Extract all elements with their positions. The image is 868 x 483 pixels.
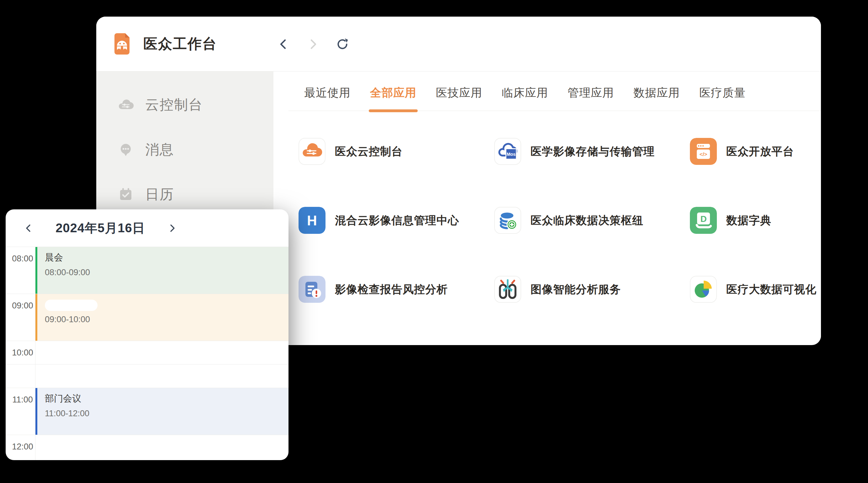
- time-label: 11:00: [6, 388, 35, 435]
- calendar-row-1100: 11:00 部门会议 11:00-12:00: [6, 388, 288, 435]
- calendar-date: 2024年5月16日: [34, 219, 167, 237]
- app-hybrid-cloud-imaging[interactable]: H 混合云影像信息管理中心: [299, 207, 494, 234]
- event-department-meeting[interactable]: 部门会议 11:00-12:00: [35, 388, 288, 435]
- tab-clinical[interactable]: 临床应用: [502, 85, 548, 110]
- app-medical-image-storage[interactable]: Mos 医学影像存储与传输管理: [494, 138, 690, 165]
- app-report-risk-analysis[interactable]: 影像检查报告风控分析: [299, 276, 494, 303]
- forward-button[interactable]: [306, 37, 320, 51]
- tab-medtech[interactable]: 医技应用: [436, 85, 482, 110]
- tab-all-apps[interactable]: 全部应用: [370, 85, 416, 110]
- app-open-platform[interactable]: </> 医众开放平台: [690, 138, 821, 165]
- window-header: 医众工作台: [96, 17, 821, 71]
- app-label: 影像检查报告风控分析: [335, 282, 448, 297]
- content-area: 最近使用 全部应用 医技应用 临床应用 管理应用 数据应用 医疗质量: [274, 71, 821, 345]
- app-label: 混合云影像信息管理中心: [335, 213, 459, 228]
- tab-management[interactable]: 管理应用: [567, 85, 614, 110]
- time-label: 09:00: [6, 294, 35, 341]
- app-cloud-console[interactable]: 医众云控制台: [299, 138, 494, 165]
- mos-label: Mos: [507, 152, 516, 157]
- cloud-icon: [118, 97, 134, 113]
- tab-quality[interactable]: 医疗质量: [699, 85, 746, 110]
- event-title-redacted-pill: [45, 300, 97, 311]
- report-risk-icon: [299, 276, 326, 303]
- tab-recent[interactable]: 最近使用: [304, 85, 350, 110]
- clinical-data-hub-icon: [494, 207, 521, 234]
- event-title: 晨会: [45, 251, 288, 264]
- h-letter: H: [307, 213, 317, 228]
- lungs-ai-icon: [494, 276, 521, 303]
- code-glyph: </>: [700, 151, 708, 157]
- app-data-dictionary[interactable]: D 数据字典: [690, 207, 821, 234]
- time-slot: [35, 435, 288, 460]
- message-icon: [118, 141, 134, 158]
- browser-nav: [277, 17, 349, 71]
- app-image-ai-analysis[interactable]: 图像智能分析服务: [494, 276, 690, 303]
- event-redacted[interactable]: 09:00-10:00: [35, 294, 288, 341]
- pie-chart-icon: [690, 276, 717, 303]
- screenshot-background: 医众工作台: [0, 0, 868, 483]
- time-label: 08:00: [6, 247, 35, 294]
- calendar-row-1200: 12:00: [6, 435, 288, 460]
- tab-bar: 最近使用 全部应用 医技应用 临床应用 管理应用 数据应用 医疗质量: [288, 71, 821, 111]
- event-time-range: 11:00-12:00: [45, 409, 288, 418]
- app-logo-icon: [110, 31, 134, 57]
- sidebar-item-cloud-console[interactable]: 云控制台: [96, 95, 274, 114]
- data-dictionary-icon: D: [690, 207, 717, 234]
- tab-data[interactable]: 数据应用: [633, 85, 680, 110]
- event-time-range: 08:00-09:00: [45, 268, 288, 278]
- time-slot: 09:00-10:00: [35, 294, 288, 341]
- app-bigdata-visualization[interactable]: 医疗大数据可视化: [690, 276, 821, 303]
- d-letter: D: [700, 214, 707, 224]
- back-icon: [277, 38, 290, 51]
- event-title: 部门会议: [45, 392, 288, 405]
- sidebar-item-label: 云控制台: [145, 96, 203, 114]
- app-label: 数据字典: [726, 213, 771, 228]
- app-label: 图像智能分析服务: [531, 282, 621, 297]
- app-label: 医疗大数据可视化: [726, 282, 816, 297]
- calendar-next-button[interactable]: [167, 223, 178, 233]
- refresh-icon: [336, 37, 349, 51]
- calendar-icon: [118, 186, 134, 202]
- calendar-header: 2024年5月16日: [6, 210, 288, 247]
- sidebar-item-label: 日历: [145, 185, 174, 204]
- event-time-range: 09:00-10:00: [45, 315, 288, 324]
- chevron-left-icon: [24, 223, 33, 233]
- app-label: 医学影像存储与传输管理: [531, 144, 655, 159]
- cloud-console-icon: [299, 138, 326, 165]
- calendar-row-1000: 10:00: [6, 341, 288, 388]
- calendar-row-0800: 08:00 晨会 08:00-09:00: [6, 247, 288, 294]
- sidebar-item-calendar[interactable]: 日历: [96, 185, 274, 204]
- sidebar-item-messages[interactable]: 消息: [96, 140, 274, 159]
- back-button[interactable]: [277, 37, 290, 51]
- calendar-grid: 08:00 晨会 08:00-09:00 09:00 09:00-10:00: [6, 247, 288, 460]
- time-slot: 部门会议 11:00-12:00: [35, 388, 288, 435]
- app-title: 医众工作台: [143, 34, 217, 53]
- time-slot: 晨会 08:00-09:00: [35, 247, 288, 294]
- app-label: 医众开放平台: [726, 144, 794, 159]
- calendar-row-0900: 09:00 09:00-10:00: [6, 294, 288, 341]
- refresh-button[interactable]: [336, 37, 349, 51]
- app-clinical-data-hub[interactable]: 医众临床数据决策枢纽: [494, 207, 690, 234]
- chevron-right-icon: [167, 223, 177, 233]
- mos-cloud-icon: Mos: [494, 138, 521, 165]
- app-grid: 医众云控制台 Mos 医学影像存储与传输管理: [299, 138, 821, 345]
- time-label: 12:00: [6, 435, 35, 460]
- hybrid-cloud-icon: H: [299, 207, 326, 234]
- half-hour-gridline: [6, 364, 288, 364]
- forward-icon: [307, 38, 319, 51]
- app-label: 医众云控制台: [335, 144, 403, 159]
- calendar-popup: 2024年5月16日 08:00 晨会 08:00-09:00 09:00: [6, 210, 288, 460]
- app-label: 医众临床数据决策枢纽: [531, 213, 644, 228]
- calendar-prev-button[interactable]: [23, 223, 34, 233]
- open-platform-icon: </>: [690, 138, 717, 165]
- sidebar-item-label: 消息: [145, 140, 174, 159]
- event-morning-meeting[interactable]: 晨会 08:00-09:00: [35, 247, 288, 294]
